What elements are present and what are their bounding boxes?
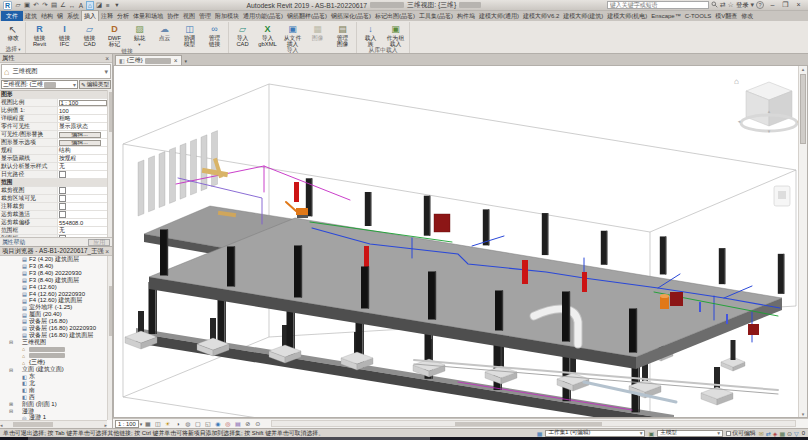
help-search-box[interactable] — [607, 1, 709, 9]
tree-row[interactable]: F4 (12.60) — [0, 284, 107, 291]
tree-row[interactable]: 北 — [0, 380, 107, 387]
property-row[interactable]: 可见性/图形替换 编辑... — [0, 131, 107, 139]
property-row[interactable]: 范围 — [0, 179, 107, 187]
ribbon-button[interactable]: 载入族 — [358, 22, 383, 47]
tree-row[interactable] — [0, 346, 107, 353]
3d-model-view[interactable]: ▴▾◂▸⌂ — [114, 66, 800, 418]
restore-button[interactable]: ❐ — [779, 1, 792, 9]
ribbon-tab[interactable]: 钢 — [55, 11, 65, 21]
property-row[interactable]: 范围框 无 — [0, 227, 107, 235]
section-icon[interactable]: ◪ — [95, 1, 103, 10]
crop-view-icon[interactable]: ▢ — [193, 420, 202, 428]
property-row[interactable]: 图形 — [0, 91, 107, 99]
property-row[interactable]: 远剪裁偏移 554808.0 — [0, 219, 107, 227]
panel-label-select[interactable]: 选择 — [2, 46, 24, 53]
ribbon-tab[interactable]: 构件坞 — [455, 11, 477, 21]
property-row[interactable]: 默认分析显示样式 无 — [0, 163, 107, 171]
ribbon-button[interactable]: 作为组载入 — [383, 22, 408, 47]
reveal-constraints-icon[interactable]: ⊙ — [253, 420, 262, 428]
thin-lines-icon[interactable]: ≡ — [104, 1, 112, 10]
ribbon-tab[interactable]: 体量和场地 — [131, 11, 165, 21]
checkbox-icon[interactable] — [726, 431, 731, 436]
ribbon-tab[interactable]: 建模大师V6.2 — [521, 11, 561, 21]
save-icon[interactable]: ▣ — [23, 1, 31, 10]
ribbon-button[interactable]: 图像 — [305, 22, 330, 41]
ribbon-tab[interactable]: 视图 — [181, 11, 197, 21]
property-row[interactable]: 比例值 1: 100 — [0, 107, 107, 115]
detail-level-icon[interactable]: ▦ — [143, 420, 152, 428]
worksets-toolbar-icon[interactable]: ▦ — [537, 430, 543, 437]
ribbon-tab[interactable]: 通用功能(品茗) — [241, 11, 285, 21]
view-tab-list-icon[interactable]: ▾ — [184, 58, 187, 65]
help-icon[interactable]: ? — [756, 1, 764, 9]
ribbon-tab[interactable]: 标记出图(品茗) — [373, 11, 417, 21]
view-tab-close-icon[interactable]: × — [173, 57, 179, 64]
ribbon-button[interactable]: 从文件插入 — [280, 22, 305, 47]
tree-expander-icon[interactable] — [9, 339, 15, 345]
ribbon-button[interactable]: 协调模型 — [177, 22, 202, 47]
ribbon-tab[interactable]: C-TOOLS — [683, 11, 714, 21]
ribbon-button[interactable]: 链接Revit — [27, 22, 52, 47]
property-row[interactable]: 图形显示选项 编辑... — [0, 139, 107, 147]
design-option-dropdown[interactable]: 主模型▾ — [657, 430, 723, 437]
scroll-left-icon[interactable]: ◂ — [0, 422, 3, 428]
ribbon-tab[interactable]: 分析 — [115, 11, 131, 21]
reveal-hidden-elements-icon[interactable]: ◎ — [223, 420, 232, 428]
sign-in-dropdown-icon[interactable]: ▾ — [750, 1, 754, 9]
property-row[interactable]: 注释裁剪 — [0, 203, 107, 211]
sign-in-button[interactable]: 登录 — [736, 1, 749, 10]
filter-icon[interactable]: ▽ — [794, 430, 799, 437]
scroll-up-icon[interactable]: ▴ — [802, 66, 805, 72]
ribbon-tab[interactable]: 钢筋深化(品茗) — [329, 11, 373, 21]
tree-row[interactable] — [0, 352, 107, 359]
viewport-vscrollbar[interactable]: ▴ ▾ — [798, 66, 807, 417]
tree-row[interactable]: 设备层 (16.80) 建筑面层 — [0, 332, 107, 339]
ribbon-button[interactable]: 导入CAD — [230, 22, 255, 47]
properties-scrollbar[interactable] — [107, 90, 112, 237]
ribbon-button[interactable]: 贴花 — [127, 22, 152, 48]
ribbon-tab[interactable]: Enscape™ — [649, 11, 682, 21]
apply-button[interactable]: 应用 — [88, 239, 110, 246]
shadows-icon[interactable]: ◑ — [173, 420, 182, 428]
ribbon-button[interactable]: 导入gbXML — [255, 22, 280, 47]
temporary-hide-isolate-icon[interactable]: ◉ — [213, 420, 222, 428]
temporary-view-properties-icon[interactable]: ▤ — [233, 420, 242, 428]
select-toggle-icon[interactable]: ▦ — [779, 430, 785, 437]
tree-expander-icon[interactable] — [9, 367, 15, 373]
property-row[interactable]: 详细程度 粗略 — [0, 115, 107, 123]
active-workset-dropdown[interactable]: 工作集1 (可编辑)▾ — [545, 430, 645, 437]
open-icon[interactable]: ▱ — [14, 1, 22, 10]
property-row[interactable]: 显示隐藏线 按规程 — [0, 155, 107, 163]
minimize-button[interactable]: – — [766, 1, 779, 9]
print-icon[interactable]: ▤ — [50, 1, 58, 10]
property-row[interactable]: 日光路径 — [0, 171, 107, 179]
ribbon-tab[interactable]: 附加模块 — [213, 11, 241, 21]
browser-hscrollbar[interactable]: ◂ ▸ — [0, 420, 107, 428]
sun-path-icon[interactable]: ☀ — [163, 420, 172, 428]
warnings-icon[interactable]: ◈ — [773, 430, 778, 437]
visual-style-icon[interactable]: ◫ — [153, 420, 162, 428]
tree-row[interactable]: 立面 (建筑立面) — [0, 366, 107, 373]
tree-row[interactable]: F2 (4.20) 建筑面层 — [0, 256, 107, 263]
scroll-down-icon[interactable]: ▾ — [802, 411, 805, 417]
ribbon-tab[interactable]: 建模大师(通用) — [477, 11, 521, 21]
ribbon-tab[interactable]: 系统 — [65, 11, 81, 21]
ribbon-tab[interactable]: 建筑 — [23, 11, 39, 21]
crop-region-visible-icon[interactable]: ◱ — [203, 420, 212, 428]
favorites-icon[interactable]: ☆ — [728, 1, 734, 9]
tree-expander-icon[interactable] — [9, 408, 15, 414]
undo-icon[interactable]: ↶ — [32, 1, 40, 10]
property-row[interactable]: 视图比例 1 : 100 — [0, 99, 107, 107]
ribbon-button[interactable]: 链接CAD — [77, 22, 102, 47]
chevron-down-icon[interactable]: ▾ — [104, 68, 108, 76]
property-row[interactable]: 裁剪区域可见 — [0, 195, 107, 203]
ribbon-tab[interactable]: 注释 — [99, 11, 115, 21]
scroll-right-icon[interactable]: ▸ — [104, 422, 107, 428]
edit-type-button[interactable]: ✎ 编辑类型 — [79, 80, 111, 89]
redo-icon[interactable]: ↷ — [41, 1, 49, 10]
ribbon-button[interactable]: 管理图像 — [330, 22, 355, 47]
viewport-hscrollbar[interactable] — [271, 420, 796, 427]
tree-row[interactable]: F3 (8.40) 建筑面层 — [0, 277, 107, 284]
properties-filter-combo[interactable]: 三维视图: {三维 ▾ — [1, 80, 78, 89]
ribbon-tab[interactable]: 协作 — [165, 11, 181, 21]
